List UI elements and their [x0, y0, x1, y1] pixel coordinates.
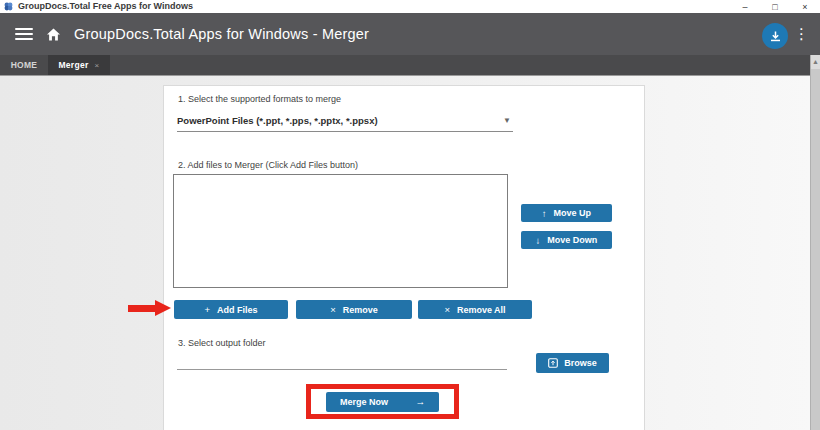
close-button[interactable]: ×	[790, 0, 820, 13]
red-arrow-tail	[128, 305, 155, 312]
menu-icon[interactable]	[15, 28, 33, 40]
output-folder-input[interactable]	[177, 358, 507, 373]
arrow-up-icon: ↑	[542, 208, 547, 219]
home-icon[interactable]	[47, 28, 60, 41]
tab-merger[interactable]: Merger ×	[48, 55, 110, 75]
more-options-icon[interactable]: ⋮	[794, 20, 808, 48]
red-arrow-head	[155, 300, 171, 316]
cross-icon: ×	[330, 304, 336, 315]
format-dropdown[interactable]: PowerPoint Files (*.ppt, *.pps, *.pptx, …	[177, 110, 513, 132]
app-window: GroupDocs.Total Free Apps for Windows – …	[0, 0, 820, 430]
move-up-button[interactable]: ↑ Move Up	[521, 204, 612, 222]
app-header: GroupDocs.Total Apps for Windows - Merge…	[0, 13, 820, 55]
download-icon	[770, 31, 781, 42]
red-highlight-box: Merge Now →	[306, 384, 459, 419]
output-folder-field-wrap	[177, 354, 507, 370]
merger-panel: 1. Select the supported formats to merge…	[163, 85, 645, 430]
remove-button[interactable]: × Remove	[296, 300, 412, 319]
arrow-down-icon: ↓	[536, 235, 541, 246]
add-files-label: Add Files	[217, 305, 258, 315]
vertical-scrollbar[interactable]: ▲	[810, 55, 820, 430]
plus-icon: +	[204, 304, 210, 315]
tab-close-icon[interactable]: ×	[95, 61, 100, 70]
tab-bar: HOME Merger ×	[0, 55, 810, 76]
move-down-button[interactable]: ↓ Move Down	[521, 231, 612, 249]
step1-label: 1. Select the supported formats to merge	[178, 94, 341, 104]
move-up-label: Move Up	[554, 208, 592, 218]
tab-merger-label: Merger	[58, 60, 88, 70]
arrow-right-icon: →	[416, 396, 426, 407]
scroll-up-icon[interactable]: ▲	[811, 55, 820, 69]
step3-label: 3. Select output folder	[178, 338, 266, 348]
format-dropdown-value: PowerPoint Files (*.ppt, *.pps, *.pptx, …	[177, 115, 378, 126]
merge-now-label: Merge Now	[340, 397, 388, 407]
move-down-label: Move Down	[547, 235, 597, 245]
remove-all-label: Remove All	[457, 305, 506, 315]
window-controls: – □ ×	[730, 0, 820, 13]
merge-now-button[interactable]: Merge Now →	[326, 392, 439, 412]
cross-icon: ×	[444, 304, 450, 315]
remove-label: Remove	[343, 305, 378, 315]
download-button[interactable]	[762, 23, 788, 49]
content-area: 1. Select the supported formats to merge…	[0, 76, 810, 430]
page-title: GroupDocs.Total Apps for Windows - Merge…	[74, 26, 369, 42]
minimize-button[interactable]: –	[730, 0, 760, 13]
browse-button[interactable]: Browse	[536, 353, 609, 373]
tab-home[interactable]: HOME	[0, 55, 48, 75]
browse-label: Browse	[564, 358, 597, 368]
os-titlebar: GroupDocs.Total Free Apps for Windows – …	[0, 0, 820, 13]
maximize-button[interactable]: □	[760, 0, 790, 13]
red-arrow-annotation	[128, 300, 171, 317]
folder-upload-icon	[548, 358, 558, 368]
chevron-down-icon: ▼	[503, 116, 513, 125]
app-logo-icon	[4, 2, 13, 11]
step2-label: 2. Add files to Merger (Click Add Files …	[178, 160, 358, 170]
add-files-button[interactable]: + Add Files	[174, 300, 288, 319]
remove-all-button[interactable]: × Remove All	[418, 300, 532, 319]
file-list[interactable]	[173, 174, 508, 288]
window-title: GroupDocs.Total Free Apps for Windows	[18, 0, 193, 13]
